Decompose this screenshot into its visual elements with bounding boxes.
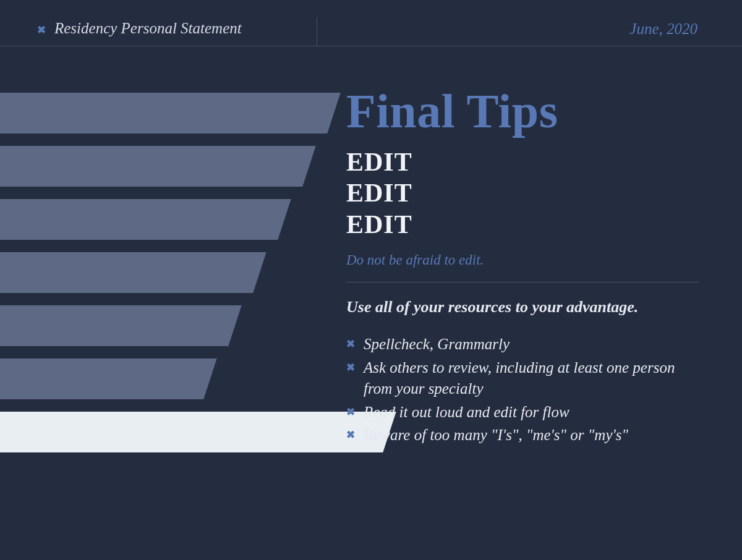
lead-text: Use all of your resources to your advant… [346, 296, 699, 318]
list-item: ✖ Spellcheck, Grammarly [346, 334, 699, 355]
content-column: Final Tips EDIT EDIT EDIT Do not be afra… [346, 83, 699, 448]
bullet-list: ✖ Spellcheck, Grammarly ✖ Ask others to … [346, 334, 699, 446]
x-icon: ✖ [346, 428, 355, 446]
x-icon: ✖ [346, 337, 355, 355]
list-item-text: Ask others to review, including at least… [364, 357, 699, 399]
slide-header: ✖ Residency Personal Statement June, 202… [0, 14, 742, 43]
list-item-text: Read it out loud and edit for flow [364, 402, 569, 423]
edit-line: EDIT [346, 177, 699, 208]
funnel-bar [0, 305, 242, 346]
main-heading: Final Tips [346, 83, 699, 139]
edit-block: EDIT EDIT EDIT [346, 146, 699, 240]
x-icon: ✖ [37, 25, 46, 35]
edit-line: EDIT [346, 146, 699, 177]
funnel-bar [0, 93, 341, 134]
edit-note: Do not be afraid to edit. [346, 252, 699, 268]
slide-title: Residency Personal Statement [54, 20, 242, 37]
funnel-graphic [0, 93, 334, 465]
list-item: ✖ Ask others to review, including at lea… [346, 357, 699, 399]
section-divider [346, 282, 699, 282]
header-divider [0, 46, 742, 46]
list-item-text: Spellcheck, Grammarly [364, 334, 510, 355]
list-item: ✖ Read it out loud and edit for flow [346, 402, 699, 423]
edit-line: EDIT [346, 209, 699, 240]
funnel-bar [0, 146, 316, 187]
funnel-bar [0, 199, 291, 240]
list-item-text: Beware of too many "I's", "me's" or "my'… [364, 425, 628, 446]
header-left: ✖ Residency Personal Statement [37, 20, 242, 37]
funnel-bar-highlight [0, 412, 396, 452]
slide-date: June, 2020 [629, 20, 697, 38]
funnel-bar [0, 358, 217, 399]
x-icon: ✖ [346, 405, 355, 423]
list-item: ✖ Beware of too many "I's", "me's" or "m… [346, 425, 699, 446]
header-tick [317, 17, 317, 46]
funnel-bar [0, 252, 267, 293]
x-icon: ✖ [346, 361, 355, 399]
